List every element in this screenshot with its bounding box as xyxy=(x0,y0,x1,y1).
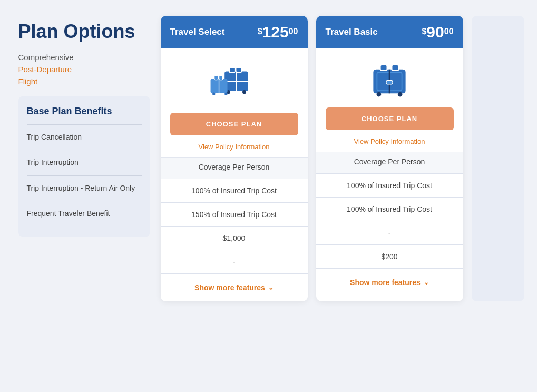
benefit-row-cancellation: Trip Cancellation xyxy=(27,124,142,150)
coverage-label-select: Coverage Per Person xyxy=(161,157,308,179)
benefit-value-select-0: 100% of Insured Trip Cost xyxy=(161,179,308,202)
svg-rect-20 xyxy=(386,81,393,84)
benefits-title: Base Plan Benefits xyxy=(27,106,142,117)
benefit-value-basic-3: $200 xyxy=(316,244,463,269)
spacer-card xyxy=(472,16,524,301)
left-panel: Plan Options Comprehensive Post-Departur… xyxy=(13,16,161,301)
plan-icon-area-select xyxy=(161,48,308,113)
svg-rect-15 xyxy=(392,65,398,71)
plan-header-basic: Travel Basic $9000 xyxy=(316,16,463,48)
plan-icon-area-basic xyxy=(316,48,463,107)
benefit-value-select-1: 150% of Insured Trip Cost xyxy=(161,202,308,226)
benefit-value-basic-1: 100% of Insured Trip Cost xyxy=(316,197,463,221)
svg-point-6 xyxy=(242,90,246,94)
benefit-row-frequent: Frequent Traveler Benefit xyxy=(27,201,142,227)
benefits-section: Base Plan Benefits Trip Cancellation Tri… xyxy=(18,96,150,237)
benefit-value-basic-0: 100% of Insured Trip Cost xyxy=(316,173,463,197)
plan-header-select: Travel Select $12500 xyxy=(161,16,308,48)
plan-card-travel-basic: Travel Basic $9000 xyxy=(316,16,463,301)
filter-flight[interactable]: Flight xyxy=(18,77,150,86)
plan-price-basic: $9000 xyxy=(422,23,453,41)
benefit-value-select-3: - xyxy=(161,250,308,274)
show-more-select-link[interactable]: Show more features ⌄ xyxy=(161,274,308,301)
luggage-icon-basic xyxy=(368,61,411,98)
choose-plan-select-button[interactable]: CHOOSE PLAN xyxy=(170,113,298,135)
filter-comprehensive: Comprehensive xyxy=(18,53,150,62)
view-policy-basic-link[interactable]: View Policy Information xyxy=(316,138,463,145)
svg-point-11 xyxy=(212,93,215,95)
benefit-values-basic: 100% of Insured Trip Cost 100% of Insure… xyxy=(316,173,463,269)
plan-price-select: $12500 xyxy=(258,23,298,41)
benefit-values-select: 100% of Insured Trip Cost 150% of Insure… xyxy=(161,179,308,274)
svg-point-19 xyxy=(398,92,403,97)
luggage-icon-select xyxy=(208,61,260,103)
view-policy-select-link[interactable]: View Policy Information xyxy=(161,143,308,151)
filter-post-departure[interactable]: Post-Departure xyxy=(18,65,150,74)
benefit-row-interruption-return: Trip Interruption - Return Air Only xyxy=(27,175,142,201)
filter-list: Comprehensive Post-Departure Flight xyxy=(18,53,150,86)
svg-rect-14 xyxy=(380,65,387,71)
svg-rect-8 xyxy=(214,76,218,80)
svg-rect-1 xyxy=(229,67,235,72)
coverage-label-basic: Coverage Per Person xyxy=(316,152,463,173)
show-more-basic-link[interactable]: Show more features ⌄ xyxy=(316,269,463,296)
chevron-down-icon-basic: ⌄ xyxy=(424,279,429,286)
plan-name-select: Travel Select xyxy=(170,27,225,37)
plan-name-basic: Travel Basic xyxy=(326,27,378,37)
benefit-row-interruption: Trip Interruption xyxy=(27,150,142,175)
page-title: Plan Options xyxy=(18,21,150,42)
main-container: Plan Options Comprehensive Post-Departur… xyxy=(13,16,524,301)
plan-card-travel-select: Travel Select $12500 xyxy=(161,16,308,301)
svg-point-18 xyxy=(377,92,382,97)
benefit-value-select-2: $1,000 xyxy=(161,226,308,250)
choose-plan-basic-button[interactable]: CHOOSE PLAN xyxy=(326,107,454,130)
svg-rect-9 xyxy=(219,76,223,80)
plans-area: Travel Select $12500 xyxy=(161,16,524,301)
benefit-value-basic-2: - xyxy=(316,221,463,244)
chevron-down-icon-select: ⌄ xyxy=(268,284,274,291)
svg-point-12 xyxy=(224,93,227,95)
